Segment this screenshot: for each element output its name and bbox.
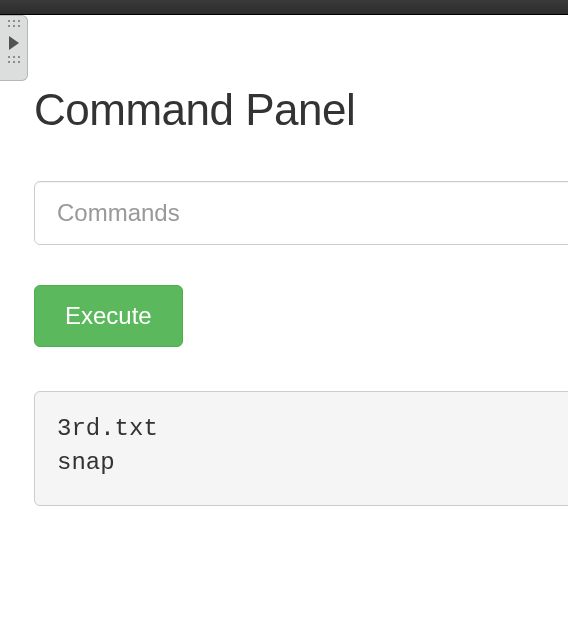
commands-input[interactable] <box>34 181 568 245</box>
grip-dots <box>8 25 20 27</box>
page-title: Command Panel <box>34 85 568 135</box>
grip-dots <box>8 61 20 63</box>
grip-dots <box>8 56 20 58</box>
play-icon <box>9 36 19 50</box>
window-titlebar <box>0 0 568 15</box>
side-expand-tab[interactable] <box>0 15 28 81</box>
execute-button[interactable]: Execute <box>34 285 183 347</box>
grip-dots <box>8 20 20 22</box>
main-content: Command Panel Execute 3rd.txt snap <box>0 15 568 506</box>
output-console: 3rd.txt snap <box>34 391 568 506</box>
